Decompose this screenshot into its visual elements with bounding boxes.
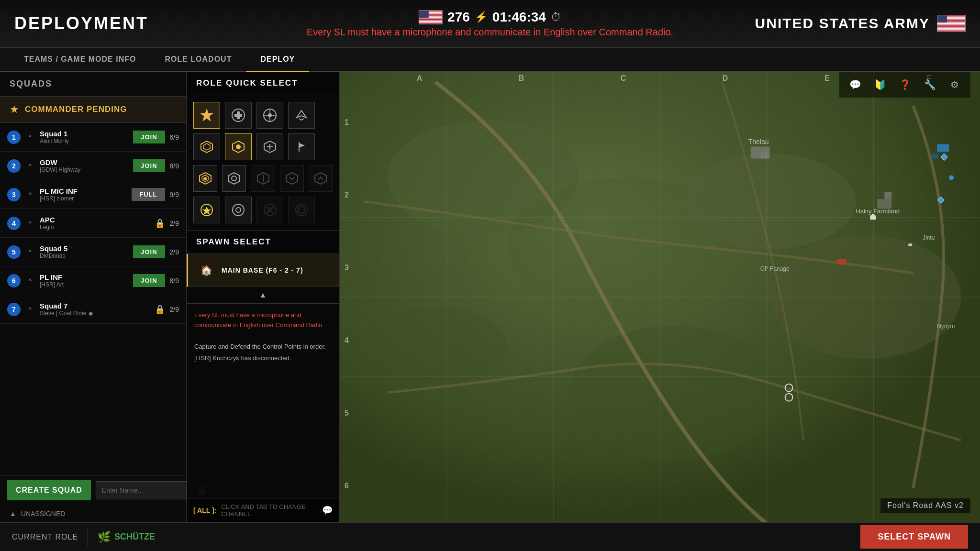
grid-row-5: 5 [345, 377, 349, 450]
svg-point-21 [232, 176, 236, 181]
role-btn-crewman[interactable] [280, 165, 304, 192]
squad-expand-3: ^ [25, 190, 35, 199]
role-btn-gunner[interactable] [256, 133, 283, 160]
svg-text:OP Fanage: OP Fanage [760, 265, 790, 272]
help-icon-btn[interactable]: ❓ [896, 76, 914, 94]
map-terrain-svg: Thelau Hainy Farmland OP Fanage Jintu Ny… [340, 72, 980, 522]
role-leaf-icon: 🌿 [98, 531, 111, 543]
grid-col-d: D [674, 74, 776, 83]
grid-row-6: 6 [345, 450, 349, 522]
select-spawn-button[interactable]: SELECT SPAWN [860, 525, 968, 549]
settings-icon-btn[interactable]: ⚙ [946, 76, 964, 94]
role-btn-marksman[interactable] [251, 165, 275, 192]
squad-join-btn-5[interactable]: JOIN [133, 245, 165, 258]
squad-info-1: Squad 1 Alioli McFly [40, 130, 128, 144]
squad-expand-1: ^ [25, 132, 35, 142]
player-count: 276 [447, 10, 470, 25]
squad-join-btn-1[interactable]: JOIN [133, 131, 165, 143]
squad-count-3: 9/9 [170, 191, 179, 198]
role-btn-flag[interactable] [288, 133, 315, 160]
svg-point-36 [684, 154, 856, 249]
tab-teams[interactable]: TEAMS / GAME MODE INFO [10, 48, 150, 72]
squad-num-6: 6 [7, 274, 21, 287]
squad-num-7: 7 [7, 303, 21, 316]
msg-capture: Capture and Defend the Control Points in… [194, 342, 332, 352]
role-btn-squad-leader[interactable] [193, 102, 220, 129]
squad-sub-3: [HSR] zlomer [40, 195, 127, 202]
squad-num-1: 1 [7, 131, 21, 144]
role-btn-locked-1 [256, 197, 283, 223]
squad-count-7: 2/9 [170, 306, 179, 313]
squad-sub-1: Alioli McFly [40, 138, 128, 144]
tab-deploy[interactable]: DEPLOY [246, 48, 309, 72]
squad-info-3: PL MIC INF [HSR] zlomer [40, 187, 127, 202]
spawn-item-main-base[interactable]: 🏠 MAIN BASE (F6 - 2 - 7) [187, 254, 339, 287]
svg-point-37 [364, 307, 507, 383]
svg-marker-8 [201, 141, 212, 153]
role-btn-engineer[interactable] [193, 133, 220, 160]
commander-label: COMMANDER PENDING [25, 105, 127, 114]
svg-marker-24 [286, 173, 298, 184]
role-btn-support[interactable] [193, 197, 220, 223]
squad-name-2: GDW [40, 158, 128, 166]
role-btn-ammo[interactable] [193, 165, 217, 192]
squad-count-2: 8/9 [170, 162, 179, 170]
role-divider [88, 529, 88, 546]
squad-name-7: Squad 7 [40, 302, 150, 310]
tab-role-loadout[interactable]: ROLE LOADOUT [150, 48, 246, 72]
chat-icon-btn[interactable]: 💬 [846, 76, 864, 94]
squad-name-3: PL MIC INF [40, 187, 127, 195]
role-btn-scout[interactable] [225, 197, 252, 223]
squad-expand-7: ^ [25, 305, 35, 314]
squad-name-6: PL INF [40, 273, 128, 281]
squad-info-5: Squad 5 DMDondo [40, 244, 128, 259]
header-center: 276 ⚡ 01:46:34 ⏱ Every SL must have a mi… [307, 10, 673, 38]
role-row-4 [193, 197, 333, 223]
squad-item-3[interactable]: 3 ^ PL MIC INF [HSR] zlomer FULL 9/9 [0, 180, 186, 209]
role-btn-pilot[interactable] [288, 102, 315, 129]
msg-warning: Every SL must have a microphone and comm… [194, 310, 332, 331]
flag-area: 276 ⚡ 01:46:34 ⏱ [419, 10, 561, 25]
squad-item-7[interactable]: 7 ^ Squad 7 Steve | Goat Rider ◆ 🔒 2/9 [0, 295, 186, 324]
chat-bar: [ ALL ]: CLICK AND TAB TO CHANGE CHANNEL… [187, 498, 339, 522]
wrench-icon-btn[interactable]: 🔧 [921, 76, 939, 94]
squad-join-btn-2[interactable]: JOIN [133, 159, 165, 172]
squad-item-1[interactable]: 1 ^ Squad 1 Alioli McFly JOIN 6/9 [0, 123, 186, 152]
commander-item[interactable]: ★ COMMANDER PENDING [0, 97, 186, 123]
middle-panel: ROLE QUICK SELECT [187, 72, 340, 522]
squad-info-4: APC Legin [40, 216, 150, 231]
svg-point-28 [236, 208, 241, 212]
squads-list: ★ COMMANDER PENDING 1 ^ Squad 1 Alioli M… [0, 97, 186, 475]
role-row-1 [193, 102, 333, 129]
svg-text:Thelau: Thelau [748, 138, 769, 145]
squad-expand-6: ^ [25, 276, 35, 286]
squad-name-input[interactable] [96, 481, 192, 499]
squad-join-btn-6[interactable]: JOIN [133, 274, 165, 287]
create-squad-button[interactable]: CREATE SQUAD [7, 480, 91, 500]
svg-marker-25 [315, 173, 326, 184]
messages-area: Every SL must have a microphone and comm… [187, 304, 339, 498]
squad-item-5[interactable]: 5 ^ Squad 5 DMDondo JOIN 2/9 [0, 238, 186, 266]
squad-num-4: 4 [7, 217, 21, 230]
squad-item-2[interactable]: 2 ^ GDW [GDW] Highway JOIN 8/9 [0, 152, 186, 180]
role-btn-sapper[interactable] [309, 165, 333, 192]
svg-rect-54 [908, 243, 912, 246]
squad-lock-7: 🔒 [155, 304, 165, 315]
spawn-collapse-btn[interactable]: ▲ [187, 287, 339, 304]
grid-row-2: 2 [345, 159, 349, 231]
chat-send-icon[interactable]: 💬 [322, 505, 333, 516]
role-btn-sniper[interactable] [222, 165, 246, 192]
squad-item-6[interactable]: 6 ^ PL INF [HSR] Art JOIN 8/9 [0, 266, 186, 295]
squad-info-2: GDW [GDW] Highway [40, 158, 128, 173]
squad-help-icon-btn[interactable]: 🔰 [871, 76, 889, 94]
squads-header: SQUADS [0, 72, 186, 97]
role-btn-locked-2 [288, 197, 315, 223]
map-panel[interactable]: Thelau Hainy Farmland OP Fanage Jintu Ny… [340, 72, 980, 522]
header: DEPLOYMENT 276 ⚡ 01:46:34 ⏱ Every SL mus… [0, 0, 980, 48]
squad-item-4[interactable]: 4 ^ APC Legin 🔒 2/9 [0, 209, 186, 238]
role-btn-medic[interactable] [225, 102, 252, 129]
squad-count-1: 6/9 [170, 133, 179, 141]
msg-disconnect: [HSR] Kuchczyk has disconnected. [194, 353, 332, 364]
role-btn-at[interactable] [225, 133, 252, 160]
role-btn-rifleman[interactable] [256, 102, 283, 129]
